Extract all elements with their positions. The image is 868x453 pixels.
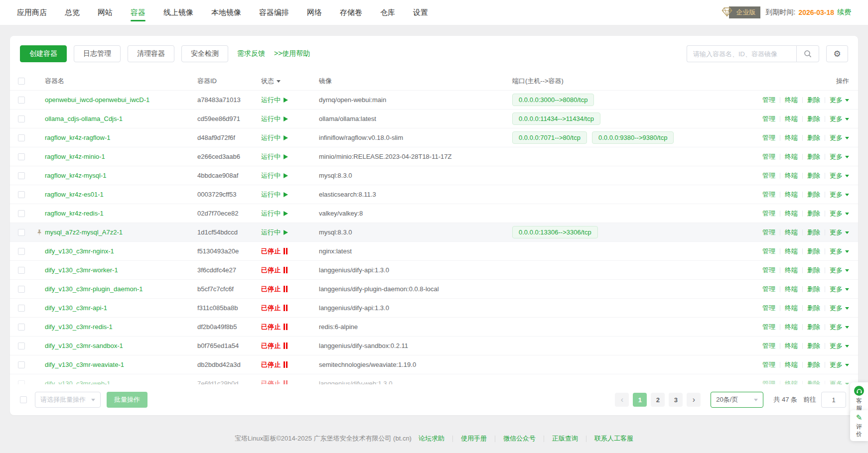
search-input[interactable] — [687, 45, 796, 62]
page-button-3[interactable]: 3 — [669, 393, 683, 407]
action-terminal[interactable]: 终端 — [785, 171, 798, 180]
feedback-link[interactable]: 需求反馈 — [237, 49, 265, 58]
create-container-button[interactable]: 创建容器 — [20, 45, 67, 62]
action-more[interactable]: 更多 — [830, 341, 849, 350]
action-terminal[interactable]: 终端 — [785, 266, 798, 275]
batch-action-select[interactable]: 请选择批量操作 — [35, 392, 101, 408]
action-delete[interactable]: 删除 — [807, 152, 820, 161]
action-delete[interactable]: 删除 — [807, 304, 820, 313]
action-manage[interactable]: 管理 — [762, 228, 775, 237]
row-checkbox[interactable] — [18, 115, 25, 122]
action-more[interactable]: 更多 — [830, 266, 849, 275]
container-name-link[interactable]: dify_v130_c3mr-worker-1 — [45, 266, 118, 274]
container-name-link[interactable]: ragflow_kr4z-es01-1 — [45, 191, 104, 198]
header-status[interactable]: 状态 — [261, 77, 319, 86]
action-manage[interactable]: 管理 — [762, 96, 775, 105]
action-terminal[interactable]: 终端 — [785, 96, 798, 105]
action-terminal[interactable]: 终端 — [785, 360, 798, 369]
action-more[interactable]: 更多 — [830, 360, 849, 369]
goto-page-input[interactable] — [821, 392, 846, 408]
next-page-button[interactable]: › — [687, 393, 701, 407]
container-name-link[interactable]: dify_v130_c3mr-api-1 — [45, 304, 107, 312]
action-more[interactable]: 更多 — [830, 152, 849, 161]
action-manage[interactable]: 管理 — [762, 379, 775, 385]
action-terminal[interactable]: 终端 — [785, 190, 798, 199]
nav-item-4[interactable]: 容器 — [131, 0, 145, 25]
action-more[interactable]: 更多 — [830, 247, 849, 256]
container-name-link[interactable]: dify_v130_c3mr-weaviate-1 — [45, 361, 124, 368]
action-terminal[interactable]: 终端 — [785, 133, 798, 142]
row-checkbox[interactable] — [18, 172, 25, 179]
action-manage[interactable]: 管理 — [762, 171, 775, 180]
nav-item-1[interactable]: 应用商店 — [17, 0, 47, 25]
settings-button[interactable]: ⚙ — [826, 45, 848, 62]
action-more[interactable]: 更多 — [830, 304, 849, 313]
batch-action-button[interactable]: 批量操作 — [107, 392, 147, 408]
action-delete[interactable]: 删除 — [807, 190, 820, 199]
action-more[interactable]: 更多 — [830, 323, 849, 332]
action-more[interactable]: 更多 — [830, 285, 849, 294]
row-checkbox[interactable] — [18, 134, 25, 141]
action-delete[interactable]: 删除 — [807, 228, 820, 237]
action-terminal[interactable]: 终端 — [785, 247, 798, 256]
action-manage[interactable]: 管理 — [762, 133, 775, 142]
footer-link-4[interactable]: 正版查询 — [552, 434, 578, 443]
action-more[interactable]: 更多 — [830, 133, 849, 142]
footer-link-2[interactable]: 使用手册 — [461, 434, 487, 443]
nav-item-3[interactable]: 网站 — [98, 0, 113, 25]
action-manage[interactable]: 管理 — [762, 209, 775, 218]
container-name-link[interactable]: ragflow_kr4z-redis-1 — [45, 210, 104, 217]
footer-link-1[interactable]: 论坛求助 — [419, 434, 444, 443]
action-more[interactable]: 更多 — [830, 114, 849, 123]
nav-item-2[interactable]: 总览 — [65, 0, 80, 25]
container-name-link[interactable]: ragflow_kr4z-mysql-1 — [45, 172, 107, 179]
row-checkbox[interactable] — [18, 361, 25, 368]
action-terminal[interactable]: 终端 — [785, 228, 798, 237]
container-name-link[interactable]: ragflow_kr4z-ragflow-1 — [45, 134, 111, 141]
footer-link-3[interactable]: 微信公众号 — [503, 434, 536, 443]
row-checkbox[interactable] — [18, 267, 25, 274]
action-manage[interactable]: 管理 — [762, 247, 775, 256]
batch-select-all-checkbox[interactable] — [20, 396, 27, 403]
page-size-select[interactable]: 20条/页 — [711, 392, 763, 408]
action-manage[interactable]: 管理 — [762, 304, 775, 313]
row-checkbox[interactable] — [18, 286, 25, 293]
row-checkbox[interactable] — [18, 248, 25, 255]
help-link[interactable]: >>使用帮助 — [274, 49, 310, 58]
action-delete[interactable]: 删除 — [807, 360, 820, 369]
container-name-link[interactable]: ollama_cdjs-ollama_Cdjs-1 — [45, 115, 123, 122]
row-checkbox[interactable] — [18, 324, 25, 331]
row-checkbox[interactable] — [18, 153, 25, 160]
action-more[interactable]: 更多 — [830, 190, 849, 199]
row-checkbox[interactable] — [18, 380, 25, 385]
row-checkbox[interactable] — [18, 305, 25, 312]
action-terminal[interactable]: 终端 — [785, 304, 798, 313]
action-manage[interactable]: 管理 — [762, 360, 775, 369]
action-manage[interactable]: 管理 — [762, 190, 775, 199]
action-more[interactable]: 更多 — [830, 209, 849, 218]
action-more[interactable]: 更多 — [830, 96, 849, 105]
action-more[interactable]: 更多 — [830, 379, 849, 385]
action-more[interactable]: 更多 — [830, 228, 849, 237]
action-delete[interactable]: 删除 — [807, 209, 820, 218]
prev-page-button[interactable]: ‹ — [615, 393, 629, 407]
action-terminal[interactable]: 终端 — [785, 114, 798, 123]
action-delete[interactable]: 删除 — [807, 247, 820, 256]
action-delete[interactable]: 删除 — [807, 323, 820, 332]
action-manage[interactable]: 管理 — [762, 323, 775, 332]
action-terminal[interactable]: 终端 — [785, 341, 798, 350]
nav-item-7[interactable]: 容器编排 — [259, 0, 289, 25]
nav-item-11[interactable]: 设置 — [413, 0, 428, 25]
search-button[interactable] — [796, 45, 819, 62]
page-button-2[interactable]: 2 — [651, 393, 665, 407]
action-manage[interactable]: 管理 — [762, 341, 775, 350]
review-widget[interactable]: ✎ 评价 — [850, 410, 868, 441]
action-terminal[interactable]: 终端 — [785, 379, 798, 385]
page-button-1[interactable]: 1 — [633, 393, 647, 407]
container-name-link[interactable]: dify_v130_c3mr-redis-1 — [45, 323, 113, 331]
container-name-link[interactable]: mysql_a7z2-mysql_A7z2-1 — [45, 228, 123, 236]
action-manage[interactable]: 管理 — [762, 114, 775, 123]
nav-item-9[interactable]: 存储卷 — [340, 0, 362, 25]
action-delete[interactable]: 删除 — [807, 96, 820, 105]
row-checkbox[interactable] — [18, 229, 25, 236]
